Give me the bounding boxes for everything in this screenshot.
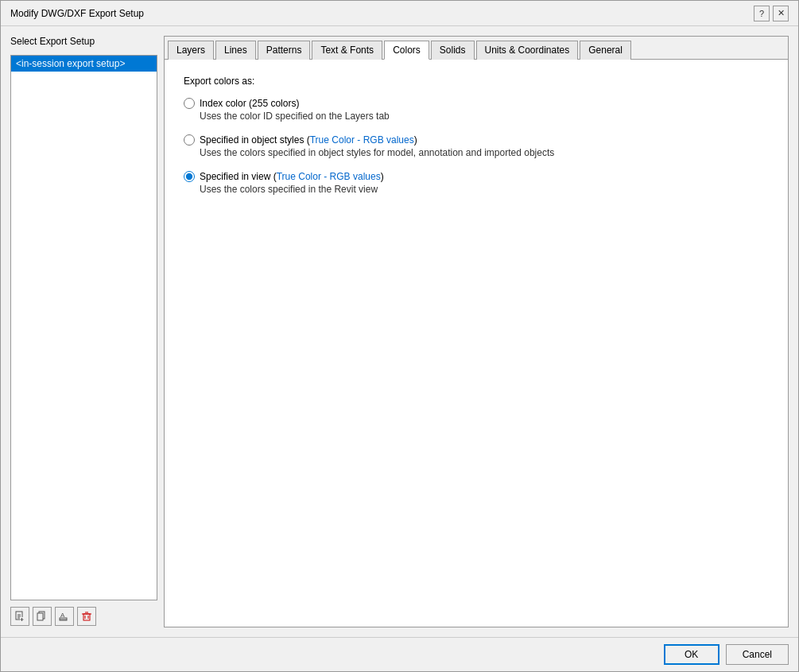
radio-specified-in-view[interactable] [184, 171, 195, 182]
help-button[interactable]: ? [754, 6, 770, 21]
radio-index-desc: Uses the color ID specified on the Layer… [200, 111, 769, 122]
radio-row-object-styles: Specified in object styles (True Color -… [184, 134, 769, 146]
left-panel: Select Export Setup <in-session export s… [10, 36, 157, 627]
new-icon [14, 611, 25, 622]
radio-object-styles-desc: Uses the colors specified in object styl… [200, 147, 769, 158]
tab-layers[interactable]: Layers [168, 41, 214, 60]
close-button[interactable]: ✕ [773, 6, 789, 21]
radio-row-index: Index color (255 colors) [184, 98, 769, 109]
tab-general[interactable]: General [580, 41, 631, 60]
tab-text-fonts[interactable]: Text & Fonts [312, 41, 382, 60]
tab-lines[interactable]: Lines [215, 41, 256, 60]
copy-export-button[interactable] [33, 607, 52, 626]
radio-row-view: Specified in view (True Color - RGB valu… [184, 171, 769, 182]
dialog-title: Modify DWG/DXF Export Setup [10, 8, 144, 19]
radio-object-styles-link[interactable]: True Color - RGB values [310, 134, 414, 146]
delete-icon [81, 611, 92, 622]
tab-patterns[interactable]: Patterns [258, 41, 311, 60]
radio-view-desc: Uses the colors specified in the Revit v… [200, 184, 769, 195]
tab-colors[interactable]: Colors [384, 41, 429, 60]
dialog: Modify DWG/DXF Export Setup ? ✕ Select E… [0, 0, 799, 672]
radio-index-label: Index color (255 colors) [200, 98, 299, 109]
rename-export-button[interactable]: A [55, 607, 74, 626]
svg-rect-8 [37, 613, 43, 620]
tab-units-coordinates[interactable]: Units & Coordinates [476, 41, 579, 60]
export-colors-label: Export colors as: [184, 76, 769, 87]
colors-tab-content: Export colors as: Index color (255 color… [165, 60, 788, 627]
tab-bar: Layers Lines Patterns Text & Fonts Color… [165, 37, 788, 60]
right-panel: Layers Lines Patterns Text & Fonts Color… [164, 36, 789, 627]
new-export-button[interactable] [10, 607, 29, 626]
delete-export-button[interactable] [77, 607, 96, 626]
svg-rect-12 [83, 614, 90, 620]
dialog-body: Select Export Setup <in-session export s… [1, 26, 798, 637]
radio-option-view: Specified in view (True Color - RGB valu… [184, 171, 769, 195]
svg-text:A: A [60, 612, 65, 619]
color-options-group: Index color (255 colors) Uses the color … [184, 98, 769, 195]
content-area: Select Export Setup <in-session export s… [10, 36, 789, 627]
radio-option-index: Index color (255 colors) Uses the color … [184, 98, 769, 122]
list-toolbar: A [10, 605, 157, 627]
select-export-label: Select Export Setup [10, 36, 157, 47]
tab-solids[interactable]: Solids [431, 41, 475, 60]
dialog-footer: OK Cancel [1, 637, 798, 671]
radio-view-link[interactable]: True Color - RGB values [277, 171, 381, 182]
copy-icon [37, 611, 48, 622]
export-setup-list[interactable]: <in-session export setup> [10, 55, 157, 600]
ok-button[interactable]: OK [664, 644, 719, 665]
radio-index-color[interactable] [184, 98, 195, 109]
radio-object-styles-label: Specified in object styles (True Color -… [200, 134, 417, 146]
radio-view-label: Specified in view (True Color - RGB valu… [200, 171, 384, 182]
rename-icon: A [59, 611, 70, 622]
cancel-button[interactable]: Cancel [726, 644, 789, 665]
title-bar-buttons: ? ✕ [754, 6, 789, 21]
radio-object-styles[interactable] [184, 134, 195, 146]
radio-option-object-styles: Specified in object styles (True Color -… [184, 134, 769, 158]
list-item[interactable]: <in-session export setup> [11, 56, 157, 72]
title-bar: Modify DWG/DXF Export Setup ? ✕ [1, 1, 798, 26]
